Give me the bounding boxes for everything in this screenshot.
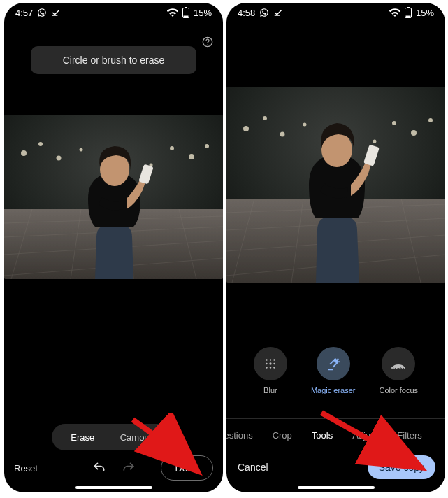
save-copy-button[interactable]: Save copy: [368, 455, 435, 479]
tab-filters[interactable]: Filters: [397, 430, 421, 441]
svg-point-15: [21, 150, 27, 156]
svg-point-54: [266, 367, 267, 368]
checkmark-icon: [273, 8, 283, 17]
svg-point-16: [38, 142, 43, 146]
status-time: 4:57: [15, 8, 33, 18]
svg-point-41: [392, 121, 396, 125]
svg-point-38: [243, 126, 249, 131]
magic-eraser-icon: [326, 356, 341, 371]
tool-color-focus[interactable]: Color focus: [379, 347, 418, 394]
tab-adjust[interactable]: Adjust: [352, 430, 377, 441]
svg-point-39: [263, 116, 267, 120]
svg-point-40: [280, 132, 285, 137]
tool-blur[interactable]: Blur: [254, 347, 287, 394]
done-button[interactable]: Done: [161, 455, 213, 481]
svg-point-49: [270, 359, 271, 360]
svg-point-44: [373, 140, 377, 143]
svg-point-18: [170, 146, 174, 150]
svg-point-19: [189, 154, 194, 159]
svg-rect-26: [407, 7, 410, 8]
svg-point-45: [303, 123, 307, 127]
undo-icon[interactable]: [92, 461, 106, 475]
photo-preview[interactable]: [226, 87, 445, 283]
status-bar: 4:58 15%: [226, 3, 445, 22]
svg-point-51: [266, 363, 267, 364]
photo-preview[interactable]: [4, 115, 223, 279]
status-battery: 15%: [416, 8, 434, 18]
instruction-pill: Circle or brush to erase: [31, 46, 196, 74]
svg-point-22: [80, 148, 83, 152]
svg-point-48: [266, 359, 267, 360]
svg-point-17: [57, 156, 62, 161]
status-time: 4:58: [238, 8, 255, 18]
tab-crop[interactable]: Crop: [273, 430, 292, 441]
status-bar: 4:57 15%: [4, 3, 223, 22]
mode-camouflage[interactable]: Camouflage: [114, 432, 176, 443]
svg-point-57: [337, 358, 338, 360]
mode-selector: Erase Camouflage: [52, 424, 175, 450]
tool-row: Blur Magic eraser Color focus: [226, 347, 445, 394]
reset-button[interactable]: Reset: [14, 463, 38, 474]
whatsapp-icon: [259, 8, 269, 17]
battery-icon: [405, 7, 412, 18]
tool-label: Blur: [263, 386, 277, 394]
svg-point-43: [428, 118, 433, 122]
svg-rect-27: [405, 16, 410, 18]
tab-suggestions[interactable]: ggestions: [226, 430, 253, 441]
gesture-bar[interactable]: [298, 486, 375, 489]
svg-point-52: [269, 362, 271, 364]
svg-point-56: [273, 367, 275, 368]
tool-magic-eraser[interactable]: Magic eraser: [311, 347, 356, 394]
redo-icon[interactable]: [122, 461, 136, 475]
whatsapp-icon: [37, 8, 47, 17]
svg-point-58: [338, 361, 340, 362]
tab-tools[interactable]: Tools: [312, 430, 333, 441]
svg-point-42: [411, 130, 417, 136]
svg-point-53: [273, 363, 275, 364]
svg-point-4: [207, 44, 208, 45]
svg-point-50: [273, 359, 275, 360]
tool-label: Magic eraser: [311, 386, 356, 394]
wifi-icon: [167, 8, 178, 17]
help-icon[interactable]: [202, 36, 213, 48]
blur-icon: [263, 356, 278, 371]
cancel-button[interactable]: Cancel: [238, 462, 268, 473]
battery-icon: [182, 7, 189, 18]
gesture-bar[interactable]: [75, 486, 152, 489]
checkmark-icon: [51, 8, 61, 17]
tool-label: Color focus: [379, 386, 418, 394]
mode-erase[interactable]: Erase: [52, 432, 114, 443]
status-battery: 15%: [194, 8, 212, 18]
svg-point-55: [270, 367, 271, 368]
svg-point-20: [205, 144, 209, 148]
edit-tabs: ggestions Crop Tools Adjust Filters: [226, 418, 445, 441]
wifi-icon: [389, 8, 400, 17]
svg-rect-2: [183, 16, 188, 18]
color-focus-icon: [390, 357, 407, 370]
svg-rect-1: [185, 7, 187, 8]
instruction-text: Circle or brush to erase: [63, 55, 165, 66]
